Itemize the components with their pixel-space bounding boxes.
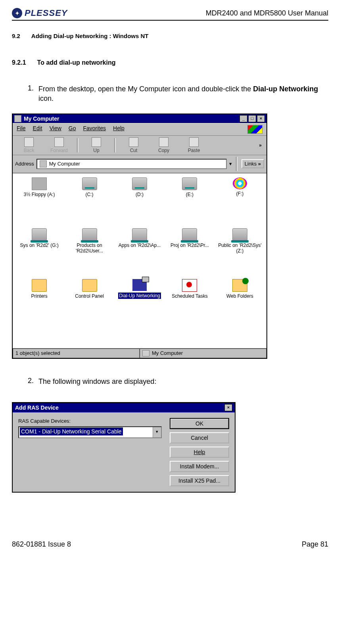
status-left-text: 1 object(s) selected	[15, 350, 60, 356]
menu-file[interactable]: File	[17, 125, 26, 134]
my-computer-icon	[142, 350, 149, 356]
web-folders[interactable]: Web Folders	[216, 279, 264, 319]
network-drive-icon	[82, 228, 97, 241]
install-modem-button[interactable]: Install Modem...	[170, 461, 229, 472]
titlebar[interactable]: My Computer _ □ ×	[13, 114, 266, 123]
back-label: Back	[24, 148, 34, 153]
drive-c[interactable]: (C:)	[65, 177, 113, 217]
status-bar: 1 object(s) selected My Computer	[13, 349, 266, 358]
item-label: Control Panel	[75, 293, 104, 299]
maximize-button[interactable]: □	[248, 115, 256, 122]
item-label: Web Folders	[226, 293, 253, 299]
section-title: Adding Dial-up Networking : Windows NT	[31, 33, 149, 39]
address-label: Address	[15, 161, 34, 167]
up-button[interactable]: Up	[82, 137, 110, 153]
address-dropdown-button[interactable]: ▾	[229, 161, 232, 167]
minimize-button[interactable]: _	[239, 115, 247, 122]
back-button: Back	[15, 137, 43, 153]
add-ras-device-dialog: Add RAS Device × RAS Capable Devices: CO…	[12, 402, 236, 493]
forward-arrow-icon	[54, 137, 64, 147]
network-drive-icon	[182, 228, 197, 241]
step-1: 1. From the desktop, open the My Compute…	[28, 84, 328, 104]
up-label: Up	[93, 148, 99, 153]
scheduled-tasks-icon	[182, 279, 197, 292]
up-folder-icon	[92, 137, 101, 147]
drive-d[interactable]: (D:)	[115, 177, 164, 217]
netdrive-proj[interactable]: Proj on 'R2d2\Pr...	[165, 228, 214, 268]
menubar: File Edit View Go Favorites Help	[13, 123, 266, 136]
network-drive-icon	[132, 228, 147, 241]
dial-up-networking-folder[interactable]: Dial-Up Networking	[115, 279, 164, 319]
item-label: 3½ Floppy (A:)	[24, 192, 55, 197]
menu-help[interactable]: Help	[113, 125, 125, 134]
item-label: Sys on 'R2d2' (G:)	[20, 243, 59, 248]
status-right-text: My Computer	[152, 350, 183, 356]
printers-folder-icon	[32, 279, 47, 292]
item-label: Apps on 'R2d2\Ap...	[119, 243, 161, 248]
toolbar-separator	[114, 138, 116, 152]
scheduled-tasks-folder[interactable]: Scheduled Tasks	[165, 279, 214, 319]
floppy-drive-icon	[32, 177, 47, 190]
ras-devices-label: RAS Capable Devices:	[18, 418, 162, 424]
dialog-button-column: OK Cancel Help Install Modem... Install …	[170, 418, 229, 486]
netdrive-public[interactable]: Public on 'R2d2\Sys' (Z:)	[216, 228, 264, 268]
step-2: 2. The following windows are displayed:	[28, 377, 328, 386]
combo-selected-value: COM1 - Dial-Up Networking Serial Cable	[20, 428, 123, 435]
netdrive-products[interactable]: Products on 'R2d2\User...	[65, 228, 113, 268]
step-number: 1.	[28, 84, 34, 104]
item-label: Public on 'R2d2\Sys' (Z:)	[216, 243, 264, 254]
paste-icon	[189, 137, 199, 147]
menu-edit[interactable]: Edit	[33, 125, 42, 134]
control-panel-icon	[82, 279, 97, 292]
hard-drive-icon	[82, 177, 97, 190]
links-more: »	[258, 161, 261, 167]
toolbar-separator	[77, 138, 79, 152]
web-folder-icon	[232, 279, 247, 292]
dial-up-networking-icon	[132, 279, 147, 291]
footer-left: 862-01881 Issue 8	[12, 540, 71, 549]
combo-dropdown-button[interactable]: ▾	[153, 427, 161, 437]
copy-button[interactable]: Copy	[150, 137, 178, 153]
dialog-titlebar[interactable]: Add RAS Device ×	[13, 403, 235, 412]
forward-button: Forward	[45, 137, 73, 153]
close-button[interactable]: ×	[257, 115, 265, 122]
item-label: Dial-Up Networking	[118, 293, 161, 299]
menu-view[interactable]: View	[50, 125, 61, 134]
hard-drive-icon	[132, 177, 147, 190]
logo-text: PLESSEY	[25, 8, 67, 18]
ras-device-combo[interactable]: COM1 - Dial-Up Networking Serial Cable ▾	[18, 426, 162, 438]
install-x25-button[interactable]: Install X25 Pad...	[170, 475, 229, 486]
printers-folder[interactable]: Printers	[15, 279, 63, 319]
step-text: The following windows are displayed:	[38, 377, 328, 386]
item-label: Products on 'R2d2\User...	[65, 243, 113, 254]
menu-go[interactable]: Go	[69, 125, 76, 134]
netdrive-apps[interactable]: Apps on 'R2d2\Ap...	[115, 228, 164, 268]
cut-button[interactable]: Cut	[120, 137, 148, 153]
page-header: ✦ PLESSEY MDR2400 and MDR5800 User Manua…	[12, 8, 328, 21]
network-drive-icon	[32, 228, 47, 241]
dialog-close-button[interactable]: ×	[224, 404, 232, 411]
subsection-title: To add dial-up networking	[37, 59, 116, 66]
toolbar-overflow-button[interactable]: »	[257, 143, 264, 148]
menu-favorites[interactable]: Favorites	[83, 125, 106, 134]
drive-floppy-a[interactable]: 3½ Floppy (A:)	[15, 177, 63, 217]
step-text-a: From the desktop, open the My Computer i…	[38, 85, 253, 93]
cancel-button[interactable]: Cancel	[170, 432, 229, 443]
paste-button[interactable]: Paste	[180, 137, 208, 153]
drive-e[interactable]: (E:)	[165, 177, 214, 217]
item-label: Scheduled Tasks	[172, 293, 208, 299]
step-text-a: The following windows are displayed:	[38, 377, 156, 385]
control-panel-folder[interactable]: Control Panel	[65, 279, 113, 319]
folder-view[interactable]: 3½ Floppy (A:) (C:) (D:) (E:) (F:) Sys o…	[13, 173, 266, 349]
item-label: (C:)	[86, 192, 94, 197]
links-button[interactable]: Links »	[241, 159, 264, 168]
help-button[interactable]: Help	[170, 447, 229, 458]
copy-label: Copy	[158, 148, 169, 153]
my-computer-window: My Computer _ □ × File Edit View Go Favo…	[12, 114, 267, 359]
drive-f[interactable]: (F:)	[216, 177, 264, 217]
status-right: My Computer	[140, 349, 266, 358]
address-field[interactable]: My Computer	[36, 159, 227, 169]
system-menu-icon[interactable]	[14, 115, 21, 122]
ok-button[interactable]: OK	[170, 418, 229, 429]
netdrive-g[interactable]: Sys on 'R2d2' (G:)	[15, 228, 63, 268]
